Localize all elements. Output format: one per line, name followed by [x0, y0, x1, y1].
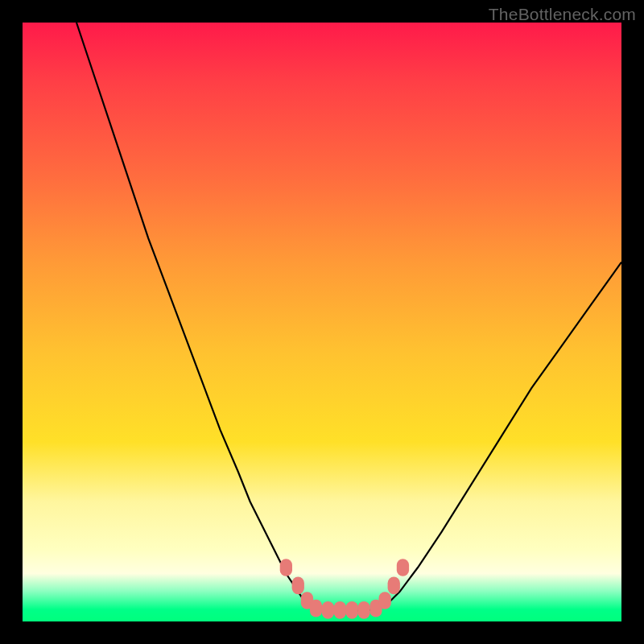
valley-marker	[379, 592, 391, 609]
valley-marker	[397, 559, 409, 576]
valley-marker	[334, 601, 346, 619]
valley-marker	[322, 601, 334, 619]
valley-marker	[292, 577, 304, 595]
plot-area	[23, 23, 621, 621]
valley-marker	[357, 601, 369, 619]
valley-marker	[388, 577, 400, 595]
outer-frame: TheBottleneck.com	[0, 0, 644, 644]
valley-marker	[346, 601, 358, 619]
curve-layer	[23, 23, 621, 621]
valley-marker	[280, 559, 292, 576]
valley-marker	[310, 600, 322, 617]
attribution-text: TheBottleneck.com	[489, 5, 636, 24]
bottleneck-curve	[76, 23, 621, 611]
